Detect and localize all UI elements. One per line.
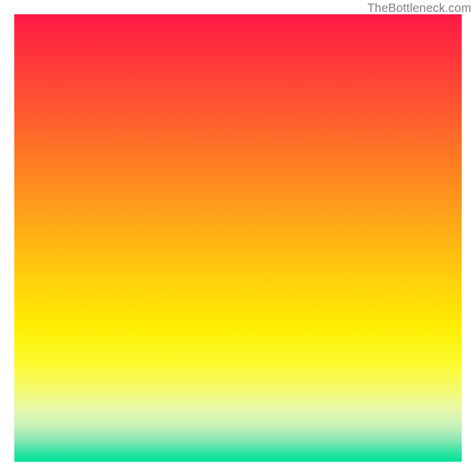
background-gradient (14, 14, 462, 462)
plot-area (14, 14, 462, 462)
watermark-text: TheBottleneck.com (367, 1, 471, 15)
chart-canvas: TheBottleneck.com (0, 0, 476, 476)
